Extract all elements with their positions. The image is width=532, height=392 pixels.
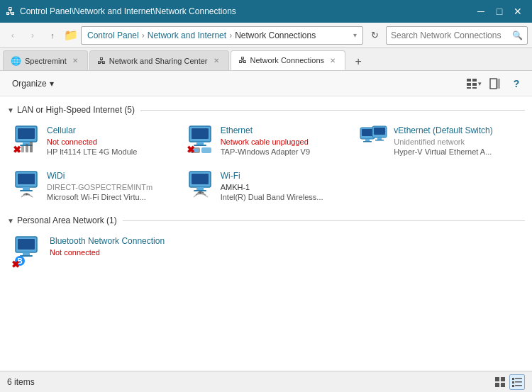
- section-pan-arrow: ▼: [7, 217, 14, 225]
- pan-grid: B ✖ Bluetooth Network Connection Not con…: [7, 228, 525, 276]
- section-lan-line: [140, 110, 525, 111]
- title-bar: 🖧 Control Panel\Network and Internet\Net…: [0, 0, 532, 23]
- vethernet-icon-wrap: [360, 125, 388, 153]
- cellular-desc: HP lt4114 LTE 4G Module: [47, 147, 172, 157]
- search-icon: 🔍: [512, 30, 523, 40]
- ethernet-info: Ethernet Network cable unplugged TAP-Win…: [221, 125, 346, 157]
- up-button[interactable]: ↑: [44, 27, 61, 44]
- ethernet-icon-wrap: ✖: [187, 125, 215, 153]
- details-view-button[interactable]: [509, 374, 525, 390]
- svg-rect-42: [18, 239, 35, 250]
- svg-rect-37: [192, 174, 209, 184]
- svg-rect-48: [501, 377, 505, 381]
- svg-rect-28: [374, 128, 385, 135]
- status-bar-right: [492, 374, 525, 390]
- app-icon: 🖧: [6, 6, 16, 17]
- large-icons-view-icon: [494, 376, 506, 388]
- bluetooth-name: Bluetooth Network Connection: [50, 235, 172, 247]
- ethernet-status: Network cable unplugged: [221, 137, 346, 147]
- svg-rect-6: [490, 79, 497, 89]
- section-pan-label: Personal Area Network (1): [17, 215, 117, 225]
- network-item-widi[interactable]: WiDi DIRECT-GOSPECTREMINTm Microsoft Wi-…: [7, 166, 178, 208]
- network-item-vethernet[interactable]: vEthernet (Default Switch) Unidentified …: [354, 121, 525, 163]
- svg-rect-0: [467, 79, 471, 82]
- tab-network-sharing-close[interactable]: ✕: [211, 56, 221, 65]
- widi-icon: [13, 170, 41, 198]
- breadcrumb-control-panel[interactable]: Control Panel: [87, 30, 139, 40]
- svg-rect-24: [362, 129, 373, 136]
- cellular-icon-wrap: ✖: [13, 125, 41, 153]
- network-item-ethernet[interactable]: ✖ Ethernet Network cable unplugged TAP-W…: [181, 121, 352, 163]
- forward-button[interactable]: ›: [24, 27, 41, 44]
- tab-network-connections[interactable]: 🖧 Network Connections ✕: [231, 50, 346, 70]
- status-bar: 6 items: [0, 371, 532, 392]
- tab-spectremint-close[interactable]: ✕: [70, 56, 80, 65]
- close-button[interactable]: ✕: [509, 3, 526, 20]
- minimize-button[interactable]: ─: [472, 3, 489, 20]
- tab-spectremint-label: Spectremint: [25, 57, 67, 65]
- toolbar-right: ▾ ?: [464, 74, 526, 94]
- widi-status: DIRECT-GOSPECTREMINTm: [47, 182, 172, 192]
- svg-point-40: [199, 192, 201, 194]
- vethernet-status: Unidentified network: [394, 137, 519, 147]
- tab-network-connections-close[interactable]: ✕: [328, 56, 338, 65]
- svg-rect-18: [196, 142, 204, 145]
- view-options-button[interactable]: ▾: [464, 74, 484, 94]
- svg-rect-53: [512, 381, 514, 383]
- maximize-button[interactable]: □: [491, 3, 508, 20]
- tab-spectremint[interactable]: 🌐 Spectremint ✕: [3, 50, 88, 70]
- section-lan-header[interactable]: ▼ LAN or High-Speed Internet (5): [7, 101, 525, 118]
- ethernet-error-badge: ✖: [187, 145, 196, 155]
- details-view-icon: [511, 376, 523, 388]
- svg-rect-2: [467, 83, 471, 86]
- large-icons-view-button[interactable]: [492, 374, 508, 390]
- network-item-cellular[interactable]: ✖ Cellular Not connected HP lt4114 LTE 4…: [7, 121, 178, 163]
- network-item-wifi[interactable]: Wi-Fi AMKH-1 Intel(R) Dual Band Wireless…: [181, 166, 352, 208]
- section-lan-arrow: ▼: [7, 106, 14, 114]
- search-box[interactable]: 🔍: [386, 26, 528, 45]
- cellular-name: Cellular: [47, 125, 172, 137]
- svg-rect-29: [377, 138, 382, 140]
- window-title: Control Panel\Network and Internet\Netwo…: [20, 6, 236, 16]
- vethernet-icon: [360, 125, 388, 153]
- preview-pane-button[interactable]: [485, 74, 505, 94]
- breadcrumb-dropdown-icon[interactable]: ▾: [353, 31, 357, 39]
- tab-network-connections-label: Network Connections: [250, 56, 325, 65]
- refresh-button[interactable]: ↻: [366, 27, 383, 44]
- svg-rect-39: [194, 190, 206, 191]
- view-options-icon: [466, 78, 477, 89]
- ethernet-name: Ethernet: [221, 125, 346, 137]
- svg-rect-22: [201, 147, 211, 153]
- svg-rect-7: [497, 79, 500, 89]
- vethernet-name: vEthernet (Default Switch): [394, 125, 519, 137]
- view-dropdown-icon: ▾: [478, 80, 482, 87]
- organize-arrow-icon: ▾: [50, 79, 54, 89]
- organize-label: Organize: [12, 79, 47, 89]
- help-button[interactable]: ?: [506, 74, 526, 94]
- new-tab-button[interactable]: +: [350, 53, 367, 70]
- cellular-status: Not connected: [47, 137, 172, 147]
- cellular-error-badge: ✖: [13, 145, 23, 155]
- svg-rect-30: [375, 140, 384, 141]
- back-button[interactable]: ‹: [4, 27, 21, 44]
- vethernet-desc: Hyper-V Virtual Ethernet A...: [394, 147, 519, 157]
- svg-rect-52: [515, 378, 522, 379]
- svg-rect-5: [472, 87, 477, 89]
- network-item-bluetooth[interactable]: B ✖ Bluetooth Network Connection Not con…: [7, 231, 178, 274]
- tab-network-sharing[interactable]: 🖧 Network and Sharing Center ✕: [89, 50, 229, 70]
- breadcrumb-network-internet[interactable]: Network and Internet: [148, 30, 226, 40]
- svg-rect-26: [363, 141, 372, 142]
- search-input[interactable]: [391, 30, 509, 40]
- section-pan-header[interactable]: ▼ Personal Area Network (1): [7, 211, 525, 228]
- wifi-info: Wi-Fi AMKH-1 Intel(R) Dual Band Wireless…: [221, 170, 346, 202]
- wifi-icon: [187, 170, 215, 198]
- lan-grid: ✖ Cellular Not connected HP lt4114 LTE 4…: [7, 118, 525, 211]
- organize-button[interactable]: Organize ▾: [6, 74, 60, 93]
- content-area: ▼ LAN or High-Speed Internet (5): [0, 96, 532, 371]
- tab-spectremint-icon: 🌐: [11, 56, 21, 66]
- bluetooth-icon-wrap: B ✖: [13, 235, 44, 267]
- cellular-info: Cellular Not connected HP lt4114 LTE 4G …: [47, 125, 172, 157]
- svg-point-35: [26, 194, 28, 196]
- breadcrumb[interactable]: Control Panel › Network and Internet › N…: [81, 26, 363, 45]
- svg-rect-4: [467, 87, 471, 89]
